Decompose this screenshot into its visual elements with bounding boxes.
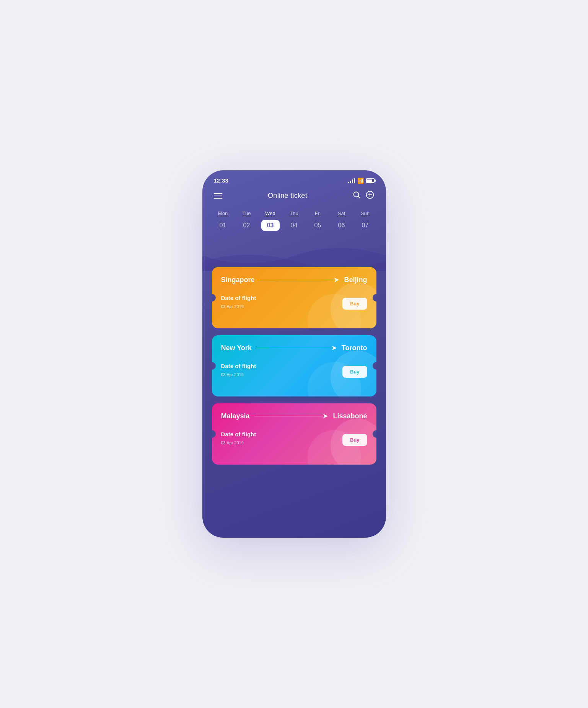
date-06[interactable]: 06 <box>332 220 351 231</box>
day-thu[interactable]: Thu <box>285 210 303 216</box>
phone-screen: 12:33 📶 Online ticket <box>202 170 386 538</box>
menu-button[interactable] <box>214 193 222 199</box>
ticket-1-date-label: Date of flight <box>221 295 256 301</box>
ticket-notch-left-3 <box>212 430 216 438</box>
ticket-2-arrow-icon: ➤ <box>331 344 337 352</box>
ticket-2-arrow: ➤ <box>256 344 337 352</box>
ticket-2-date-value: 03 Apr 2019 <box>221 372 244 377</box>
phone-frame: 12:33 📶 Online ticket <box>202 170 386 538</box>
calendar: Mon Tue Wed Thu Fri Sat Sun 01 02 03 04 … <box>202 209 386 240</box>
ticket-1-date-value: 03 Apr 2019 <box>221 304 244 309</box>
page-title: Online ticket <box>268 192 307 200</box>
date-07[interactable]: 07 <box>356 220 375 231</box>
day-sun[interactable]: Sun <box>356 210 375 216</box>
day-fri[interactable]: Fri <box>309 210 327 216</box>
day-wed[interactable]: Wed <box>261 210 280 216</box>
date-01[interactable]: 01 <box>214 220 232 231</box>
status-time: 12:33 <box>214 177 228 184</box>
add-icon[interactable] <box>366 191 374 201</box>
header-actions <box>353 191 374 201</box>
ticket-1-route: Singapore ➤ Beijing <box>221 276 367 284</box>
date-02[interactable]: 02 <box>238 220 256 231</box>
ticket-newyork-toronto: New York ➤ Toronto Date of flight 03 Apr… <box>212 335 376 396</box>
day-tue[interactable]: Tue <box>238 210 256 216</box>
app-header: Online ticket <box>202 187 386 209</box>
calendar-day-names: Mon Tue Wed Thu Fri Sat Sun <box>214 210 375 216</box>
ticket-1-arrow: ➤ <box>259 276 340 284</box>
ticket-3-route: Malaysia ➤ Lissabone <box>221 412 367 420</box>
ticket-3-arrow-icon: ➤ <box>323 412 328 420</box>
ticket-2-date-label: Date of flight <box>221 363 256 369</box>
ticket-notch-left-1 <box>212 294 216 302</box>
ticket-2-from: New York <box>221 344 252 352</box>
ticket-3-date-value: 03 Apr 2019 <box>221 440 244 445</box>
date-05[interactable]: 05 <box>309 220 327 231</box>
svg-line-1 <box>358 196 360 198</box>
day-mon[interactable]: Mon <box>214 210 232 216</box>
ticket-2-route: New York ➤ Toronto <box>221 344 367 352</box>
ticket-1-from: Singapore <box>221 276 255 284</box>
ticket-singapore-beijing: Singapore ➤ Beijing Date of flight 03 Ap… <box>212 267 376 328</box>
search-icon[interactable] <box>353 191 360 201</box>
ticket-notch-left-2 <box>212 362 216 370</box>
date-04[interactable]: 04 <box>285 220 303 231</box>
ticket-3-arrow: ➤ <box>254 412 329 420</box>
tickets-list: Singapore ➤ Beijing Date of flight 03 Ap… <box>202 267 386 465</box>
ticket-3-date-info: Date of flight 03 Apr 2019 <box>221 431 256 446</box>
status-icons: 📶 <box>348 178 375 184</box>
day-sat[interactable]: Sat <box>332 210 351 216</box>
status-bar: 12:33 📶 <box>202 170 386 187</box>
battery-icon <box>366 178 375 183</box>
ticket-3-from: Malaysia <box>221 412 250 420</box>
calendar-date-numbers: 01 02 03 04 05 06 07 <box>214 220 375 231</box>
ticket-malaysia-lissabone: Malaysia ➤ Lissabone Date of flight 03 A… <box>212 403 376 465</box>
ticket-1-date-info: Date of flight 03 Apr 2019 <box>221 295 256 310</box>
wave-decoration <box>202 240 386 271</box>
ticket-1-arrow-icon: ➤ <box>334 276 339 284</box>
ticket-2-date-info: Date of flight 03 Apr 2019 <box>221 363 256 378</box>
signal-icon <box>348 178 355 183</box>
wifi-icon: 📶 <box>357 178 364 184</box>
ticket-3-date-label: Date of flight <box>221 431 256 437</box>
date-03[interactable]: 03 <box>261 220 280 231</box>
